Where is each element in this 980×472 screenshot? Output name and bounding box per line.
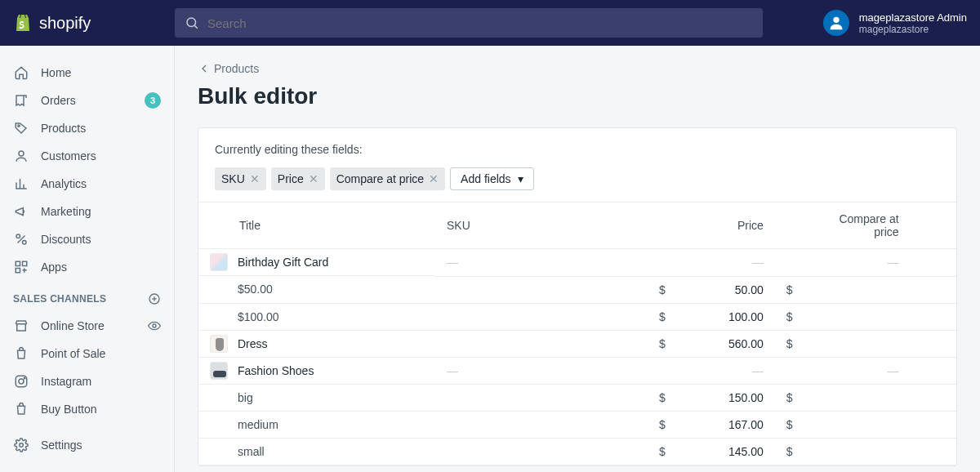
price-cell[interactable]: 167.00 (677, 412, 775, 439)
svg-point-0 (187, 18, 196, 27)
currency-symbol: $ (775, 330, 804, 358)
sku-cell[interactable] (435, 439, 648, 465)
add-fields-button[interactable]: Add fields▾ (450, 167, 533, 190)
nav-apps[interactable]: Apps (0, 253, 174, 281)
product-thumbnail (210, 335, 228, 353)
currency-symbol (775, 358, 804, 385)
user-info: mageplazastore Admin mageplazastore (859, 11, 967, 35)
field-tag-price[interactable]: Price✕ (271, 167, 325, 190)
field-tag-compare-at-price[interactable]: Compare at price✕ (330, 167, 445, 190)
price-cell[interactable]: — (677, 249, 775, 277)
nav-products[interactable]: Products (0, 114, 174, 142)
person-icon (13, 148, 29, 164)
user-menu[interactable]: mageplazastore Admin mageplazastore (823, 10, 967, 36)
price-cell[interactable]: — (677, 358, 775, 385)
row-title: big (238, 391, 253, 404)
sku-cell[interactable] (435, 385, 648, 412)
buy-button-icon (13, 401, 29, 417)
close-icon[interactable]: ✕ (250, 172, 260, 185)
sku-cell[interactable]: — (435, 249, 648, 277)
search-box[interactable] (175, 8, 763, 38)
brand-label: shopify (39, 14, 91, 33)
svg-rect-8 (16, 261, 20, 265)
compare-cell[interactable] (804, 330, 911, 358)
nav-settings[interactable]: Settings (0, 431, 174, 459)
price-cell[interactable]: 150.00 (677, 385, 775, 412)
tag-icon (13, 120, 29, 136)
price-cell[interactable]: 145.00 (677, 439, 775, 465)
currency-symbol (648, 249, 677, 277)
variant-row[interactable]: $50.00$50.00$ (198, 276, 956, 303)
currency-symbol: $ (775, 303, 804, 330)
compare-cell[interactable]: — (804, 358, 911, 385)
nav-label: Apps (41, 260, 67, 274)
nav-customers[interactable]: Customers (0, 142, 174, 170)
price-cell[interactable]: 50.00 (677, 276, 775, 303)
svg-point-3 (18, 125, 20, 127)
logo[interactable]: shopify (13, 13, 175, 33)
svg-point-18 (20, 443, 24, 448)
channel-point-of-sale[interactable]: Point of Sale (0, 340, 174, 367)
currency-symbol (775, 249, 804, 277)
orders-icon (13, 92, 29, 109)
sku-cell[interactable] (435, 276, 648, 303)
sku-cell[interactable] (435, 303, 648, 330)
card-header: Currently editing these fields: SKU✕ Pri… (198, 128, 956, 202)
channel-instagram[interactable]: Instagram (0, 367, 174, 395)
sku-cell[interactable] (435, 330, 648, 358)
sku-cell[interactable] (435, 412, 648, 439)
price-cell[interactable]: 100.00 (677, 303, 775, 330)
row-title: $50.00 (238, 283, 273, 296)
variant-row[interactable]: big$150.00$ (198, 385, 956, 412)
channel-online-store[interactable]: Online Store (0, 312, 174, 340)
product-row[interactable]: Fashion Shoes——— (198, 358, 956, 385)
close-icon[interactable]: ✕ (429, 172, 439, 185)
product-row[interactable]: Dress$560.00$ (198, 330, 956, 358)
col-sku: SKU (435, 203, 648, 249)
nav-label: Customers (41, 149, 96, 163)
compare-cell[interactable] (804, 439, 911, 465)
product-row[interactable]: Birthday Gift Card——— (198, 249, 956, 277)
nav-label: Point of Sale (41, 347, 105, 360)
page-title: Bulk editor (198, 83, 957, 109)
bar-chart-icon (13, 176, 29, 192)
svg-point-6 (23, 241, 27, 245)
variant-row[interactable]: medium$167.00$ (198, 412, 956, 439)
add-channel-icon[interactable] (148, 292, 161, 305)
nav-label: Home (41, 66, 71, 79)
topbar: shopify mageplazastore Admin mageplazast… (0, 0, 980, 46)
bulk-editor-card: Currently editing these fields: SKU✕ Pri… (198, 127, 957, 466)
search-icon (185, 16, 199, 30)
svg-point-17 (24, 377, 25, 379)
svg-rect-9 (23, 261, 27, 265)
compare-cell[interactable] (804, 412, 911, 439)
eye-icon[interactable] (148, 319, 161, 332)
compare-cell[interactable] (804, 303, 911, 330)
nav-marketing[interactable]: Marketing (0, 198, 174, 225)
field-tag-sku[interactable]: SKU✕ (215, 167, 266, 190)
sales-channels-header: SALES CHANNELS (0, 281, 174, 312)
nav-analytics[interactable]: Analytics (0, 170, 174, 198)
col-compare: Compare at price (804, 203, 911, 249)
search-input[interactable] (207, 16, 753, 30)
close-icon[interactable]: ✕ (309, 172, 318, 185)
variant-row[interactable]: $100.00$100.00$ (198, 303, 956, 330)
nav-home[interactable]: Home (0, 59, 174, 87)
svg-point-16 (19, 379, 24, 384)
nav-label: Marketing (41, 205, 91, 218)
row-title: Dress (238, 337, 268, 350)
svg-point-5 (16, 234, 20, 238)
breadcrumb-back[interactable]: Products (198, 62, 957, 75)
svg-rect-10 (16, 269, 20, 273)
channel-buy-button[interactable]: Buy Button (0, 395, 174, 423)
variant-row[interactable]: small$145.00$ (198, 439, 956, 465)
nav-discounts[interactable]: Discounts (0, 225, 174, 253)
sku-cell[interactable]: — (435, 358, 648, 385)
price-cell[interactable]: 560.00 (677, 330, 775, 358)
compare-cell[interactable] (804, 385, 911, 412)
compare-cell[interactable] (804, 276, 911, 303)
compare-cell[interactable]: — (804, 249, 911, 277)
row-title: medium (238, 418, 278, 431)
nav-orders[interactable]: Orders3 (0, 87, 174, 114)
field-tags-row: SKU✕ Price✕ Compare at price✕ Add fields… (215, 167, 940, 190)
